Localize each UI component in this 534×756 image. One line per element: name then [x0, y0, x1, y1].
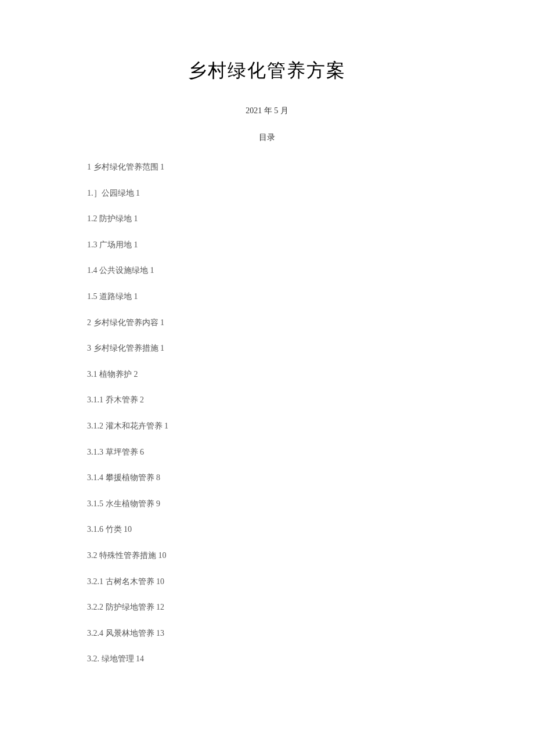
toc-list: 1 乡村绿化管养范围 1 1.］公园绿地 1 1.2 防护绿地 1 1.3 广场…	[87, 161, 447, 665]
toc-item: 3.1.4 攀援植物管养 8	[87, 472, 447, 484]
toc-item: 3.1 植物养护 2	[87, 369, 447, 380]
toc-item: 3.2.4 风景林地管养 13	[87, 628, 447, 639]
toc-item: 1 乡村绿化管养范围 1	[87, 161, 447, 173]
toc-item: 1.3 广场用地 1	[87, 239, 447, 251]
toc-item: 3 乡村绿化管养措施 1	[87, 343, 447, 354]
toc-item: 3.1.1 乔木管养 2	[87, 394, 447, 406]
toc-item: 1.2 防护绿地 1	[87, 213, 447, 225]
toc-item: 3.2 特殊性管养措施 10	[87, 550, 447, 561]
toc-item: 1.］公园绿地 1	[87, 188, 447, 199]
toc-item: 1.5 道路绿地 1	[87, 291, 447, 303]
toc-item: 1.4 公共设施绿地 1	[87, 265, 447, 276]
toc-item: 3.1.6 竹类 10	[87, 524, 447, 535]
toc-item: 3.2.2 防护绿地管养 12	[87, 602, 447, 613]
toc-label: 目录	[87, 132, 447, 143]
toc-item: 3.1.5 水生植物管养 9	[87, 498, 447, 510]
toc-item: 3.2.1 古树名木管养 10	[87, 576, 447, 588]
toc-item: 3.1.3 草坪管养 6	[87, 447, 447, 458]
toc-item: 3.2. 绿地管理 14	[87, 653, 447, 665]
document-title: 乡村绿化管养方案	[87, 58, 447, 84]
toc-item: 2 乡村绿化管养内容 1	[87, 317, 447, 329]
document-date: 2021 年 5 月	[87, 106, 447, 116]
toc-item: 3.1.2 灌木和花卉管养 1	[87, 420, 447, 432]
